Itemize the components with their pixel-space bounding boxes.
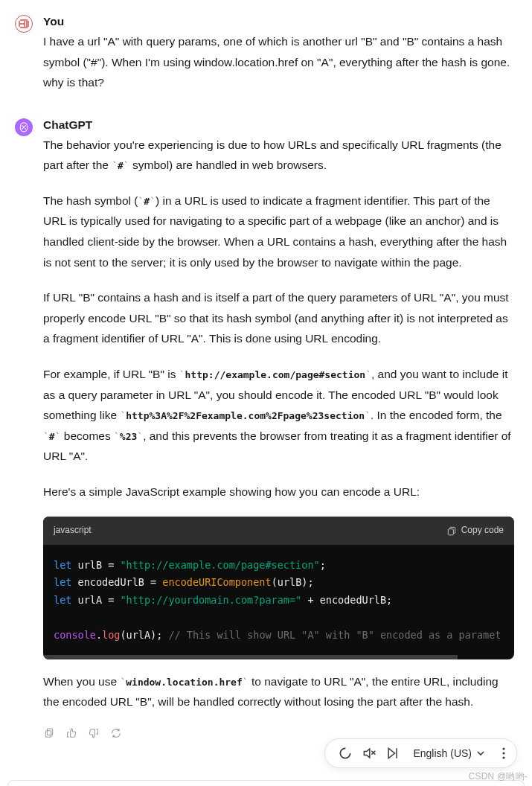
assistant-message: The behavior you're experiencing is due … <box>43 135 514 739</box>
user-message: I have a url "A" with query params, one … <box>43 31 514 93</box>
chat-input-top-edge[interactable] <box>7 780 525 786</box>
skip-button[interactable] <box>385 745 401 761</box>
code-header: javascript Copy code <box>43 517 514 544</box>
more-options-button[interactable] <box>497 745 510 761</box>
svg-point-11 <box>502 752 504 754</box>
thumbs-down-icon <box>88 727 100 739</box>
svg-rect-3 <box>47 729 52 735</box>
watermark-text: CSDN @哟哟- <box>469 770 528 783</box>
user-author-label: You <box>43 15 514 28</box>
user-message-text: I have a url "A" with query params, one … <box>43 31 514 93</box>
chatgpt-logo-icon <box>18 121 30 133</box>
user-turn-body: You I have a url "A" with query params, … <box>43 15 514 93</box>
thumbs-up-button[interactable] <box>65 727 77 739</box>
copy-message-button[interactable] <box>43 727 55 739</box>
code-token: log <box>102 629 120 641</box>
inline-code: %23 <box>114 431 143 442</box>
svg-rect-4 <box>45 731 51 738</box>
text-span: . In the encoded form, the <box>371 409 502 421</box>
inline-code: # <box>138 196 156 207</box>
text-span: The hash symbol ( <box>43 194 138 207</box>
svg-point-12 <box>502 756 504 758</box>
text-span: When you use <box>43 675 120 688</box>
speaker-muted-icon <box>362 746 376 761</box>
user-turn: You I have a url "A" with query params, … <box>15 15 514 93</box>
code-body[interactable]: let urlB = "http://example.com/page#sect… <box>43 545 514 659</box>
copy-code-button[interactable]: Copy code <box>446 523 504 538</box>
code-token: urlB = <box>71 559 120 571</box>
text-span: becomes <box>60 429 114 442</box>
text-span: symbol) are handled in web browsers. <box>129 159 327 171</box>
svg-rect-2 <box>448 529 453 535</box>
conversation-thread: You I have a url "A" with query params, … <box>0 0 532 739</box>
code-token: encodedUrlB = <box>71 576 162 588</box>
language-select-label: English (US) <box>413 747 472 759</box>
inline-code: http://example.com/page#section <box>179 369 371 380</box>
assistant-p5: Here's a simple JavaScript example showi… <box>43 482 514 502</box>
code-token: // This will show URL "A" with "B" encod… <box>168 629 501 641</box>
assistant-author-label: ChatGPT <box>43 118 514 132</box>
svg-point-5 <box>341 748 350 758</box>
assistant-p3: If URL "B" contains a hash and is itself… <box>43 287 514 349</box>
assistant-p2: The hash symbol (#) in a URL is used to … <box>43 191 514 272</box>
code-token: (urlB); <box>272 576 314 588</box>
user-avatar-icon <box>15 15 33 33</box>
code-language-label: javascript <box>54 523 92 538</box>
code-token: ; <box>320 559 326 571</box>
user-avatar <box>15 15 33 33</box>
code-token: let <box>54 594 71 606</box>
code-token: encodeURIComponent <box>162 576 271 588</box>
assistant-turn-body: ChatGPT The behavior you're experiencing… <box>43 118 514 739</box>
inline-code: # <box>43 431 60 442</box>
loading-spinner-icon[interactable] <box>337 745 353 761</box>
skip-forward-icon <box>385 746 400 761</box>
chevron-down-icon <box>476 749 485 758</box>
text-span: For example, if URL "B" is <box>43 368 179 380</box>
refresh-icon <box>110 727 122 739</box>
assistant-p1: The behavior you're experiencing is due … <box>43 135 514 176</box>
assistant-p6: When you use window.location.href to nav… <box>43 671 514 712</box>
inline-code: http%3A%2F%2Fexample.com%2Fpage%23sectio… <box>120 410 371 421</box>
tts-language-bar: English (US) <box>324 738 517 768</box>
inline-code: # <box>112 160 129 171</box>
regenerate-button[interactable] <box>110 727 122 739</box>
assistant-p4: For example, if URL "B" is http://exampl… <box>43 364 514 467</box>
clipboard-icon <box>446 525 457 536</box>
code-token: + encodedUrlB; <box>301 594 392 606</box>
code-content: let urlB = "http://example.com/page#sect… <box>54 557 504 645</box>
code-token: urlA = <box>71 594 120 606</box>
code-token: "http://yourdomain.com?param=" <box>120 594 301 606</box>
code-token: (urlA); <box>120 629 168 641</box>
inline-code: window.location.href <box>120 677 248 688</box>
language-select[interactable]: English (US) <box>408 747 490 759</box>
code-token: let <box>54 559 71 571</box>
svg-marker-8 <box>389 748 395 758</box>
mute-button[interactable] <box>361 745 377 761</box>
code-token: console <box>54 629 96 641</box>
code-token: let <box>54 576 71 588</box>
clipboard-icon <box>43 727 55 739</box>
code-token: . <box>96 629 102 641</box>
message-feedback-bar <box>43 727 514 739</box>
vertical-dots-icon <box>502 747 505 759</box>
copy-code-label: Copy code <box>461 523 504 538</box>
assistant-turn: ChatGPT The behavior you're experiencing… <box>15 118 514 739</box>
thumbs-up-icon <box>65 727 77 739</box>
svg-point-10 <box>502 747 504 750</box>
code-token: "http://example.com/page#section" <box>120 559 319 571</box>
code-horizontal-scrollbar[interactable] <box>43 655 458 659</box>
assistant-avatar <box>15 118 33 136</box>
thumbs-down-button[interactable] <box>88 727 100 739</box>
code-block: javascript Copy code let urlB = "http://… <box>43 517 514 659</box>
